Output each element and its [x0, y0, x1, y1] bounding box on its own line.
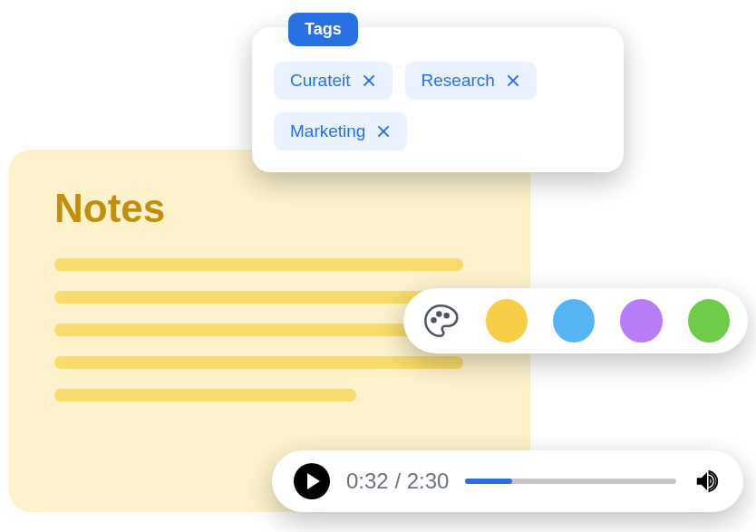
- tag-chip-marketing[interactable]: Marketing: [274, 112, 407, 150]
- color-picker: [403, 288, 748, 353]
- progress-bar[interactable]: [465, 479, 676, 484]
- svg-point-1: [438, 313, 441, 316]
- close-icon[interactable]: [376, 124, 391, 139]
- tag-chip-research[interactable]: Research: [405, 62, 537, 100]
- svg-point-0: [432, 318, 436, 322]
- tag-label: Marketing: [290, 121, 365, 141]
- tags-badge: Tags: [288, 13, 358, 46]
- palette-icon[interactable]: [422, 301, 460, 341]
- tag-chip-curateit[interactable]: Curateit: [274, 62, 393, 100]
- close-icon[interactable]: [362, 73, 376, 88]
- color-swatch-green[interactable]: [688, 299, 730, 343]
- notes-line: [54, 389, 356, 401]
- tags-popover: Tags Curateit Research Marketing: [252, 27, 624, 172]
- svg-point-2: [445, 314, 449, 317]
- color-swatch-yellow[interactable]: [486, 299, 528, 343]
- play-icon: [307, 473, 320, 489]
- tag-label: Curateit: [290, 71, 351, 91]
- color-swatch-purple[interactable]: [620, 299, 662, 343]
- tag-label: Research: [422, 71, 495, 91]
- current-time: 0:32: [346, 469, 389, 493]
- time-display: 0:32 / 2:30: [346, 469, 449, 494]
- notes-title: Notes: [54, 186, 485, 231]
- tags-list: Curateit Research Marketing: [274, 62, 602, 150]
- volume-icon[interactable]: [693, 467, 722, 496]
- time-separator: /: [389, 469, 407, 493]
- progress-fill: [465, 479, 511, 484]
- total-time: 2:30: [407, 469, 450, 493]
- audio-player: 0:32 / 2:30: [272, 450, 743, 512]
- color-swatch-blue[interactable]: [553, 299, 595, 343]
- notes-line: [54, 356, 463, 369]
- notes-line: [54, 258, 463, 271]
- close-icon[interactable]: [506, 73, 520, 88]
- play-button[interactable]: [294, 463, 330, 499]
